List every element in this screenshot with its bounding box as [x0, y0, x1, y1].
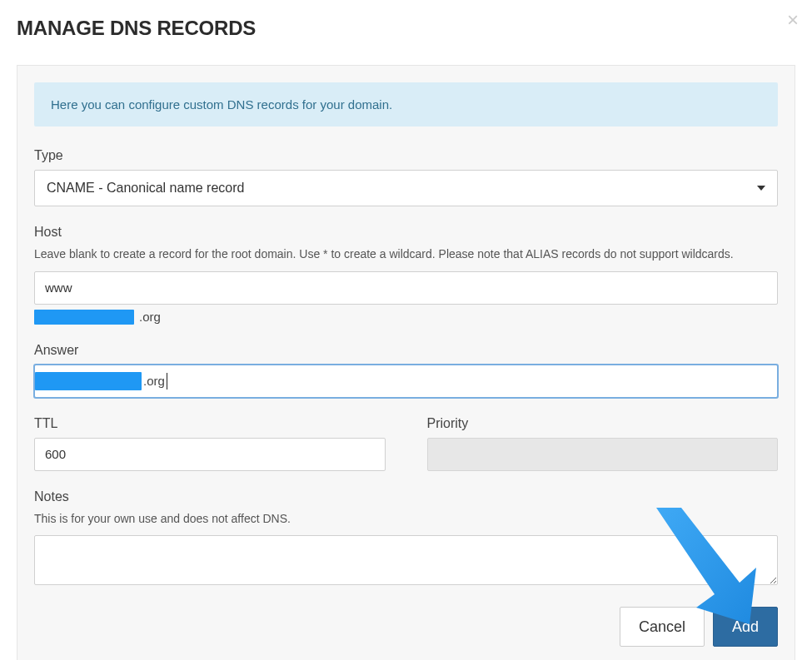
add-button[interactable]: Add — [713, 607, 778, 647]
dns-modal: × MANAGE DNS RECORDS Here you can config… — [0, 0, 812, 660]
info-banner-text: Here you can configure custom DNS record… — [51, 97, 392, 112]
host-field-group: Host Leave blank to create a record for … — [34, 225, 778, 325]
ttl-label: TTL — [34, 416, 386, 431]
priority-field-group: Priority — [427, 416, 779, 471]
type-label: Type — [34, 148, 778, 163]
notes-label: Notes — [34, 489, 778, 504]
ttl-priority-row: TTL Priority — [34, 416, 778, 489]
modal-title: MANAGE DNS RECORDS — [17, 17, 795, 40]
ttl-field-group: TTL — [34, 416, 386, 471]
host-domain-display: .org — [34, 310, 778, 325]
button-row: Cancel Add — [34, 607, 778, 647]
answer-field-group: Answer .org — [34, 343, 778, 398]
type-field-group: Type CNAME - Canonical name record — [34, 148, 778, 206]
host-input[interactable] — [34, 271, 778, 305]
type-select[interactable]: CNAME - Canonical name record — [34, 170, 778, 206]
chevron-down-icon — [757, 186, 765, 191]
priority-label: Priority — [427, 416, 779, 431]
type-select-value: CNAME - Canonical name record — [47, 181, 244, 196]
notes-field-group: Notes This is for your own use and does … — [34, 489, 778, 589]
ttl-input[interactable] — [34, 438, 386, 471]
host-help: Leave blank to create a record for the r… — [34, 246, 778, 263]
info-banner: Here you can configure custom DNS record… — [34, 82, 778, 127]
form-panel: Here you can configure custom DNS record… — [17, 65, 795, 660]
redacted-domain — [34, 310, 134, 325]
cancel-button[interactable]: Cancel — [620, 607, 705, 647]
notes-textarea[interactable] — [34, 535, 778, 585]
redacted-answer — [35, 372, 142, 390]
host-label: Host — [34, 225, 778, 240]
answer-domain-suffix: .org — [143, 374, 165, 388]
close-icon[interactable]: × — [787, 10, 799, 30]
text-cursor — [167, 373, 167, 390]
priority-input — [427, 438, 779, 471]
host-domain-suffix: .org — [139, 310, 161, 324]
answer-input[interactable]: .org — [34, 365, 778, 398]
notes-help: This is for your own use and does not af… — [34, 511, 778, 528]
answer-label: Answer — [34, 343, 778, 358]
